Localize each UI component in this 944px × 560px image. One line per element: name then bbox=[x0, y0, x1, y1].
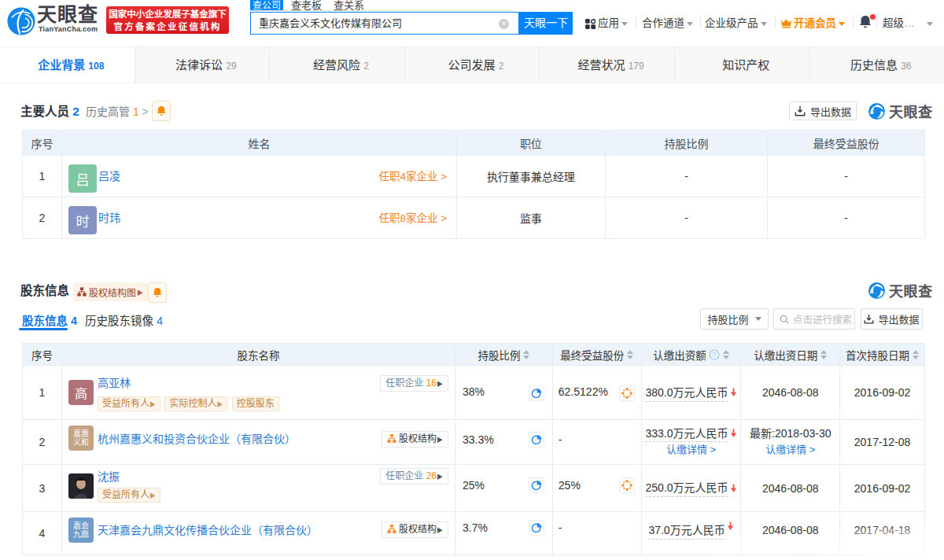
svg-text:?: ? bbox=[712, 351, 716, 359]
